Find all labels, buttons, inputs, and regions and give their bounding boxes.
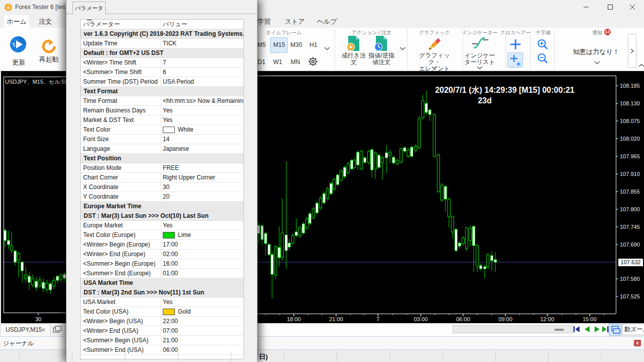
tab-help[interactable]: ヘルプ: [315, 15, 339, 28]
price-axis-label: 107.580: [620, 276, 640, 282]
maximize-button[interactable]: [599, 0, 622, 14]
param-row[interactable]: Time Format<hh:mm:ss> Now & Remaining: [81, 96, 243, 106]
param-row[interactable]: X Coordinate30: [81, 183, 243, 192]
tf-m15[interactable]: M15: [272, 41, 287, 48]
zoom-in-icon[interactable]: [537, 39, 548, 50]
price-axis-label: 107.855: [620, 189, 640, 195]
tf-m5[interactable]: M5: [256, 41, 267, 48]
chart-tab-close-icon[interactable]: ✕: [41, 324, 46, 336]
time-axis-label: 09:00: [493, 316, 518, 322]
minimize-button[interactable]: [574, 0, 598, 14]
param-row[interactable]: Market & DST TextYes: [81, 115, 243, 125]
ribbon-collapse-chevron[interactable]: [638, 64, 644, 68]
param-section-row[interactable]: ver 1.6.3 Copyright (C) 2018-2023 RAT Tr…: [81, 29, 243, 39]
param-row[interactable]: Text ColorWhite: [81, 125, 243, 135]
left-chart-panel[interactable]: USDJPY、M15、セル:55、 30: [1, 71, 66, 323]
param-row[interactable]: USA MarketYes: [81, 297, 243, 307]
indicator-list-button[interactable]: [472, 35, 489, 50]
timeframe-settings-icon[interactable]: [308, 56, 318, 67]
action-dropdown-chevron[interactable]: [400, 47, 406, 50]
param-row[interactable]: <Winter> Time Shift7: [81, 58, 243, 68]
journal-column-separator: [284, 351, 284, 362]
tf-w1[interactable]: W1: [272, 58, 283, 66]
close-button[interactable]: [621, 0, 644, 14]
param-row[interactable]: Remain Business DaysYes: [81, 106, 243, 115]
tab-orders[interactable]: 注文: [33, 15, 57, 28]
graphic-dropdown-chevron[interactable]: [431, 66, 437, 70]
pending-order-button[interactable]: [374, 35, 389, 51]
chart-tab-usdjpy[interactable]: USDJPY,M15✕: [0, 324, 50, 336]
param-row[interactable]: <Summer> End (USA)06:00: [81, 345, 243, 355]
param-section-row[interactable]: USA Market Time: [81, 278, 243, 288]
tf-h1[interactable]: H1: [308, 41, 319, 48]
zoom-out-icon[interactable]: [537, 53, 548, 64]
param-table: パラメーターバリューver 1.6.3 Copyright (C) 2018-2…: [80, 19, 244, 359]
left-chart-symbol-label: USDJPY、M15、セル:55、: [5, 78, 74, 86]
param-row[interactable]: Europe MarketYes: [81, 221, 243, 230]
restart-button[interactable]: [42, 39, 56, 53]
timeframe-dropdown-chevron[interactable]: [324, 47, 330, 50]
notify-dropdown-chevron[interactable]: [594, 61, 600, 65]
update-button[interactable]: [10, 36, 27, 53]
graphic-elements-button[interactable]: [427, 35, 442, 51]
param-row[interactable]: Chart CornerRight Upper Corner: [81, 173, 243, 183]
param-row[interactable]: Text Color (Europe)Lime: [81, 230, 243, 240]
param-row[interactable]: <Summer> End (Europe)01:00: [81, 269, 243, 278]
param-section-row[interactable]: Text Format: [81, 87, 243, 96]
tf-m30[interactable]: M30: [289, 41, 304, 48]
side-panel-toggle[interactable]: [628, 34, 636, 68]
time-axis-label: 12:00: [535, 316, 559, 322]
param-section-row[interactable]: DST : Mar(3) 2nd Sun >>> Nov(11) 1st Sun: [81, 288, 243, 297]
price-axis-label: 107.690: [620, 242, 640, 248]
indicator-dropdown-chevron[interactable]: [477, 66, 483, 70]
color-swatch-gold: [163, 309, 175, 315]
crosshair-sync-button[interactable]: [507, 52, 523, 68]
param-row[interactable]: Position ModeFREE: [81, 163, 243, 173]
time-axis-label: 7: [366, 316, 390, 322]
left-chart-canvas[interactable]: [1, 71, 66, 323]
param-row[interactable]: <Winter> Begin (Europe)17:00: [81, 240, 243, 250]
time-axis-label: 18:00: [282, 316, 306, 322]
tab-home[interactable]: ホーム: [4, 15, 29, 28]
param-row[interactable]: <Winter> Begin (USA)22:00: [81, 317, 243, 326]
chart-scrollbar-handle[interactable]: [554, 329, 564, 331]
autozoom-button[interactable]: 動ズーム: [622, 324, 644, 335]
param-row[interactable]: <Summer> Begin (Europe)16:00: [81, 259, 243, 269]
update-label: 更新: [7, 59, 30, 66]
chart-windows-button[interactable]: [609, 324, 621, 336]
market-order-label: 成行き注文: [339, 52, 369, 66]
journal-column-separator: [601, 351, 602, 362]
param-section-row[interactable]: Text Position: [81, 154, 243, 163]
dialog-tab-parameters[interactable]: パラメーター: [73, 2, 106, 14]
param-row[interactable]: <Summer> Begin (USA)21:00: [81, 336, 243, 345]
param-row[interactable]: <Winter> End (USA)07:00: [81, 326, 243, 336]
param-row[interactable]: Y Coordinate20: [81, 192, 243, 202]
param-row[interactable]: Text Color (USA)Gold: [81, 307, 243, 317]
price-axis-label: 108.130: [620, 100, 640, 107]
time-axis-label: 06:00: [451, 316, 475, 322]
journal-column-separator: [337, 351, 337, 362]
journal-close-button[interactable]: x: [634, 340, 641, 346]
time-axis-label: 15:00: [577, 316, 602, 322]
playback-controls[interactable]: [573, 326, 610, 333]
tf-d1[interactable]: D1: [256, 58, 267, 66]
param-row[interactable]: LanguageJapanese: [81, 144, 243, 154]
market-order-button[interactable]: [346, 35, 361, 51]
tf-mn[interactable]: MN: [289, 58, 301, 66]
param-section-row[interactable]: Europe Market Time: [81, 202, 243, 211]
param-row[interactable]: Font Size14: [81, 135, 243, 144]
param-row[interactable]: Update TimeTICK: [81, 39, 243, 48]
color-swatch-white: [163, 127, 175, 133]
price-axis-label: 108.020: [620, 136, 640, 142]
main-chart-panel[interactable]: 2020/7/1 (水) 14:29:39 [M15] 00:00:21 23d…: [257, 71, 644, 323]
param-row[interactable]: <Winter> End (Europe)02:00: [81, 250, 243, 259]
duplicate-chart-icon[interactable]: [53, 326, 62, 334]
tab-learn[interactable]: 学習: [255, 15, 273, 28]
param-row[interactable]: Summer Time (DST) PeriodUSA Period: [81, 77, 243, 87]
param-section-row[interactable]: Default : for GMT+2 US DST: [81, 48, 243, 58]
crosshair-icon[interactable]: [510, 39, 521, 50]
param-section-row[interactable]: DST : Mar(3) Last Sun >>> Oct(10) Last S…: [81, 211, 243, 221]
tab-store[interactable]: ストア: [283, 15, 306, 28]
main-chart-canvas[interactable]: [257, 71, 644, 323]
param-row[interactable]: <Summer> Time Shift6: [81, 68, 243, 77]
